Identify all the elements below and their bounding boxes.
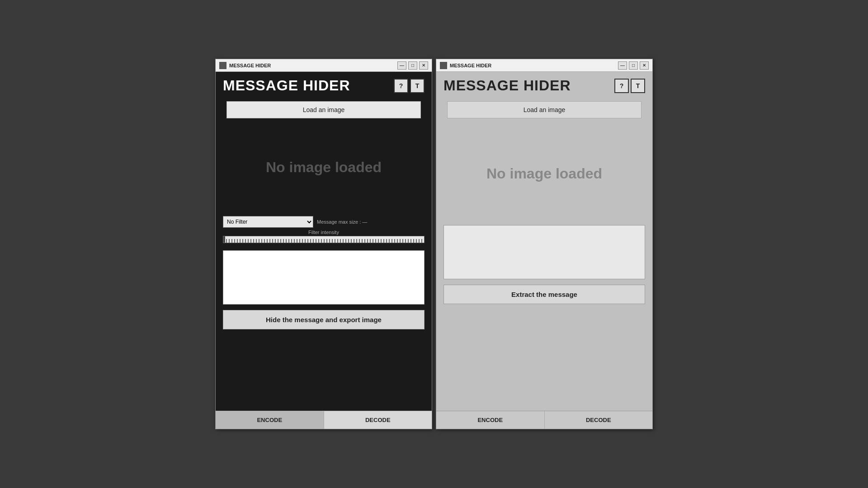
decode-window: MESSAGE HIDER — □ ✕ MESSAGE HIDER ? T Lo… [436, 59, 653, 429]
app-icon-left [219, 62, 226, 69]
close-button-left[interactable]: ✕ [419, 61, 428, 70]
title-bar-text-right: MESSAGE HIDER [450, 63, 618, 68]
desktop: MESSAGE HIDER — □ ✕ MESSAGE HIDER ? T Lo… [0, 0, 868, 488]
no-image-text-right: No image loaded [486, 165, 602, 182]
title-bar-text-left: MESSAGE HIDER [229, 63, 397, 68]
close-button-right[interactable]: ✕ [640, 61, 649, 70]
title-bar-right: MESSAGE HIDER — □ ✕ [436, 59, 652, 72]
bottom-tabs-left: ENCODE DECODE [216, 411, 432, 429]
minimize-button-left[interactable]: — [397, 61, 406, 70]
message-area-right [443, 225, 645, 281]
app-header-left: MESSAGE HIDER ? T [216, 72, 432, 98]
filter-select[interactable]: No Filter [223, 216, 313, 228]
slider-container [223, 236, 425, 243]
slider-dots [223, 239, 424, 243]
message-textarea-right[interactable] [443, 225, 645, 279]
tab-encode-left[interactable]: ENCODE [216, 411, 324, 429]
tab-decode-left[interactable]: DECODE [324, 411, 432, 429]
image-area-right: No image loaded [436, 122, 652, 225]
message-area-left [223, 250, 425, 306]
window-body-right: MESSAGE HIDER ? T Load an image No image… [436, 72, 652, 429]
header-buttons-left: ? T [394, 79, 425, 93]
title-bar-left: MESSAGE HIDER — □ ✕ [216, 59, 432, 72]
slider-thumb[interactable] [223, 236, 225, 243]
bottom-tabs-right: ENCODE DECODE [436, 411, 652, 429]
controls-area-left: No Filter Message max size : — Filter in… [216, 212, 432, 250]
title-bar-controls-right: — □ ✕ [618, 61, 649, 70]
maximize-button-left[interactable]: □ [408, 61, 417, 70]
message-max-size: Message max size : — [317, 219, 367, 225]
message-textarea-left[interactable] [223, 250, 425, 305]
hide-message-button[interactable]: Hide the message and export image [223, 310, 425, 329]
spacer-right [436, 308, 652, 411]
help-button-right[interactable]: ? [614, 79, 629, 93]
load-image-button-right[interactable]: Load an image [447, 101, 642, 118]
window-body-left: MESSAGE HIDER ? T Load an image No image… [216, 72, 432, 429]
app-title-left: MESSAGE HIDER [223, 77, 350, 94]
help-button-left[interactable]: ? [394, 79, 408, 93]
image-area-left: No image loaded [216, 122, 432, 212]
encode-window: MESSAGE HIDER — □ ✕ MESSAGE HIDER ? T Lo… [215, 59, 432, 429]
app-title-right: MESSAGE HIDER [443, 77, 571, 94]
tab-decode-right[interactable]: DECODE [545, 411, 653, 429]
minimize-button-right[interactable]: — [618, 61, 627, 70]
text-button-left[interactable]: T [410, 79, 425, 93]
filter-intensity-label: Filter intensity [223, 230, 425, 235]
load-image-button-left[interactable]: Load an image [226, 101, 421, 118]
spacer-left [216, 333, 432, 411]
app-header-right: MESSAGE HIDER ? T [436, 72, 652, 98]
header-buttons-right: ? T [614, 79, 645, 93]
filter-row: No Filter Message max size : — [223, 216, 425, 228]
title-bar-controls-left: — □ ✕ [397, 61, 428, 70]
extract-message-button[interactable]: Extract the message [443, 285, 645, 304]
text-button-right[interactable]: T [631, 79, 645, 93]
slider-track[interactable] [223, 236, 425, 243]
no-image-text-left: No image loaded [266, 159, 382, 176]
app-icon-right [440, 62, 447, 69]
tab-encode-right[interactable]: ENCODE [436, 411, 545, 429]
maximize-button-right[interactable]: □ [629, 61, 638, 70]
